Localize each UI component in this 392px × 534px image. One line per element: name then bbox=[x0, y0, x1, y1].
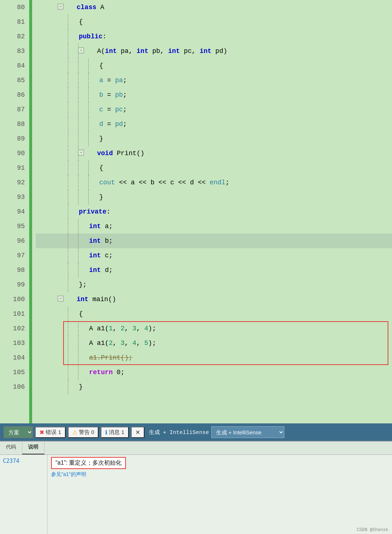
line-number: 81 bbox=[0, 15, 25, 29]
line-number: 95 bbox=[0, 219, 25, 234]
code-line: A a1(2, 3, 4, 5); bbox=[36, 336, 392, 350]
line-number: 98 bbox=[0, 263, 25, 277]
indent-guide bbox=[88, 117, 89, 131]
code-line: int d; bbox=[36, 263, 392, 277]
indent-guide bbox=[68, 161, 68, 175]
status-bar: 方案 ✖ 错误 1 ⚠ 警告 0 ℹ 消息 1 ✕ 生成 + IntelliSe… bbox=[0, 423, 392, 441]
indent-guide bbox=[88, 190, 89, 204]
error-icon: ✖ bbox=[39, 429, 44, 436]
line-number: 91 bbox=[0, 161, 25, 175]
indent-guide bbox=[78, 58, 78, 73]
gen-dropdown[interactable]: 生成 + IntelliSense bbox=[211, 426, 284, 438]
indent-guide bbox=[88, 161, 89, 175]
line-number: 80 bbox=[0, 0, 25, 15]
bottom-tabs: 代码 说明 bbox=[0, 442, 392, 455]
indent-guide bbox=[88, 175, 89, 190]
indent-guide bbox=[88, 58, 89, 73]
tab-code[interactable]: 代码 bbox=[0, 442, 22, 454]
indent-guide bbox=[78, 175, 78, 190]
code-line: a = pa; bbox=[36, 73, 392, 88]
code-content: a = pa; bbox=[99, 73, 127, 88]
indent-guide bbox=[68, 88, 68, 102]
code-line: c = pc; bbox=[36, 102, 392, 117]
code-content: cout << a << b << c << d << endl; bbox=[99, 175, 230, 190]
indent-guide bbox=[68, 277, 68, 292]
code-content: return 0; bbox=[89, 365, 124, 380]
line-number: 102 bbox=[0, 321, 25, 336]
code-area: -class A{public:-A(int pa, int pb, int p… bbox=[32, 0, 392, 423]
filter-icon: ✕ bbox=[135, 429, 140, 436]
code-line: -void Print() bbox=[36, 146, 392, 161]
indent-guide bbox=[68, 190, 68, 204]
code-content: b = pb; bbox=[99, 88, 127, 102]
tab-description[interactable]: 说明 bbox=[22, 442, 45, 454]
fold-icon[interactable]: - bbox=[58, 4, 64, 9]
watermark: CSDN @Shensk bbox=[357, 527, 388, 533]
code-content: } bbox=[79, 380, 83, 394]
indent-guide bbox=[78, 88, 78, 102]
indent-guide bbox=[68, 44, 68, 58]
code-line: { bbox=[36, 161, 392, 175]
indent-guide bbox=[78, 190, 78, 204]
info-icon: ℹ bbox=[105, 429, 107, 436]
indent-guide bbox=[68, 234, 68, 248]
code-content: private: bbox=[79, 204, 110, 219]
code-line: } bbox=[36, 190, 392, 204]
line-number: 92 bbox=[0, 175, 25, 190]
line-number: 85 bbox=[0, 73, 25, 88]
editor-area: 8081828384858687888990919293949596979899… bbox=[0, 0, 392, 423]
line-number: 104 bbox=[0, 350, 25, 365]
line-number: 84 bbox=[0, 58, 25, 73]
code-line: -class A bbox=[36, 0, 392, 15]
fold-icon[interactable]: - bbox=[78, 150, 84, 155]
indent-guide bbox=[68, 380, 68, 394]
line-number: 90 bbox=[0, 146, 25, 161]
indent-guide bbox=[68, 263, 68, 277]
code-content: a1.Print(); bbox=[89, 350, 132, 365]
line-number: 93 bbox=[0, 190, 25, 204]
error-button[interactable]: ✖ 错误 1 bbox=[35, 427, 66, 438]
code-content: A a1(2, 3, 4, 5); bbox=[89, 336, 156, 350]
indent-guide bbox=[78, 263, 78, 277]
info-label: 消息 1 bbox=[109, 429, 124, 436]
code-content: int a; bbox=[89, 219, 113, 234]
filter-button[interactable]: ✕ bbox=[131, 427, 145, 438]
indent-guide bbox=[68, 15, 68, 29]
code-content: } bbox=[99, 190, 103, 204]
indent-guide bbox=[78, 102, 78, 117]
indent-guide bbox=[78, 117, 78, 131]
indent-guide bbox=[68, 204, 68, 219]
line-number: 89 bbox=[0, 131, 25, 146]
fold-icon[interactable]: - bbox=[58, 296, 64, 301]
warning-label: 警告 0 bbox=[79, 429, 95, 436]
line-number: 101 bbox=[0, 307, 25, 321]
code-content: }; bbox=[79, 277, 87, 292]
warning-button[interactable]: ⚠ 警告 0 bbox=[68, 427, 99, 438]
indent-guide bbox=[68, 248, 68, 263]
fold-icon[interactable]: - bbox=[78, 47, 84, 53]
code-line: } bbox=[36, 131, 392, 146]
error-code-label: C2374 bbox=[3, 458, 44, 464]
indent-guide bbox=[88, 73, 89, 88]
indent-guide bbox=[78, 350, 78, 365]
indent-guide bbox=[78, 73, 78, 88]
line-number: 105 bbox=[0, 365, 25, 380]
line-number: 96 bbox=[0, 234, 25, 248]
code-content: A(int pa, int pb, int pc, int pd) bbox=[97, 44, 227, 58]
code-line: int c; bbox=[36, 248, 392, 263]
code-content: c = pc; bbox=[99, 102, 127, 117]
line-number: 97 bbox=[0, 248, 25, 263]
info-button[interactable]: ℹ 消息 1 bbox=[101, 427, 129, 438]
solution-dropdown[interactable]: 方案 bbox=[4, 426, 33, 438]
code-line: -A(int pa, int pb, int pc, int pd) bbox=[36, 44, 392, 58]
indent-guide bbox=[78, 365, 78, 380]
indent-guide bbox=[68, 102, 68, 117]
code-content: { bbox=[99, 58, 103, 73]
indent-guide bbox=[68, 58, 68, 73]
bottom-content: C2374 “a1”: 重定义；多次初始化 参见"a1"的声明 bbox=[0, 455, 392, 534]
gen-label: 生成 + IntelliSense bbox=[149, 429, 209, 436]
code-line: d = pd; bbox=[36, 117, 392, 131]
error-label: 错误 1 bbox=[46, 429, 61, 436]
code-content: d = pd; bbox=[99, 117, 127, 131]
code-line: A a1(1, 2, 3, 4); bbox=[36, 321, 392, 336]
